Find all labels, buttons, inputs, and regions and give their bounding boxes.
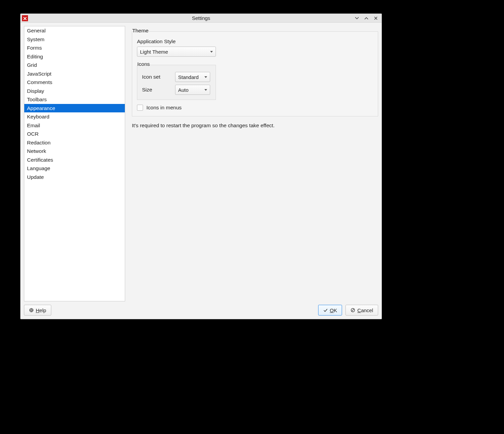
checkbox-box-icon	[137, 105, 143, 111]
icon-set-value: Standard	[178, 74, 199, 80]
restart-required-note: It's required to restart the program so …	[132, 123, 378, 129]
sidebar-item-language[interactable]: Language	[24, 164, 125, 173]
close-button[interactable]	[373, 15, 379, 21]
sidebar-item-keyboard[interactable]: Keyboard	[24, 112, 125, 121]
application-style-value: Light Theme	[140, 49, 168, 55]
sidebar-item-system[interactable]: System	[24, 35, 125, 44]
icons-in-menus-checkbox[interactable]: Icons in menus	[137, 105, 373, 111]
dropdown-arrow-icon	[210, 51, 213, 53]
dropdown-arrow-icon	[204, 89, 207, 91]
icon-size-label: Size	[142, 87, 169, 93]
application-style-combo[interactable]: Light Theme	[137, 47, 216, 57]
help-icon	[29, 308, 34, 313]
sidebar-item-redaction[interactable]: Redaction	[24, 138, 125, 147]
sidebar-item-update[interactable]: Update	[24, 173, 125, 182]
ok-button-label: OK	[330, 307, 337, 313]
cancel-button[interactable]: Cancel	[345, 305, 378, 316]
icon-size-value: Auto	[178, 87, 189, 93]
sidebar-item-javascript[interactable]: JavaScript	[24, 70, 125, 78]
icons-in-menus-label: Icons in menus	[146, 105, 181, 111]
sidebar-item-forms[interactable]: Forms	[24, 44, 125, 52]
icons-group: Icons Icon set Standard Size Auto	[137, 65, 216, 100]
sidebar-item-grid[interactable]: Grid	[24, 61, 125, 70]
help-button[interactable]: Help	[24, 305, 51, 316]
app-icon	[22, 15, 28, 21]
icon-set-label: Icon set	[142, 74, 169, 80]
icon-set-combo[interactable]: Standard	[175, 72, 210, 82]
dialog-title: Settings	[21, 15, 382, 21]
theme-group-label: Theme	[132, 28, 149, 34]
sidebar-item-certificates[interactable]: Certificates	[24, 156, 125, 164]
sidebar-item-general[interactable]: General	[24, 26, 125, 35]
sidebar-item-comments[interactable]: Comments	[24, 78, 125, 87]
maximize-button[interactable]	[363, 15, 369, 21]
close-icon	[373, 16, 378, 21]
appearance-panel: Theme Application Style Light Theme Icon…	[132, 26, 378, 301]
chevron-down-icon	[355, 16, 359, 21]
dialog-button-bar: Help OK Cancel	[24, 301, 378, 316]
help-button-label: Help	[36, 307, 46, 313]
svg-point-1	[31, 309, 32, 311]
sidebar-item-appearance[interactable]: Appearance	[24, 104, 125, 113]
icons-group-label: Icons	[137, 61, 150, 67]
sidebar-item-ocr[interactable]: OCR	[24, 130, 125, 138]
settings-dialog: Settings GeneralSystemFormsEditingGridJa…	[20, 13, 382, 319]
check-icon	[323, 308, 328, 313]
chevron-up-icon	[364, 16, 369, 21]
sidebar-item-editing[interactable]: Editing	[24, 52, 125, 61]
sidebar-item-toolbars[interactable]: Toolbars	[24, 95, 125, 104]
sidebar-item-network[interactable]: Network	[24, 147, 125, 156]
settings-category-list[interactable]: GeneralSystemFormsEditingGridJavaScriptC…	[24, 26, 125, 301]
titlebar: Settings	[21, 14, 382, 23]
application-style-label: Application Style	[137, 38, 373, 45]
cancel-icon	[351, 308, 355, 313]
minimize-button[interactable]	[354, 15, 360, 21]
sidebar-item-display[interactable]: Display	[24, 87, 125, 96]
cancel-button-label: Cancel	[357, 307, 373, 313]
icon-size-combo[interactable]: Auto	[175, 85, 210, 95]
dropdown-arrow-icon	[204, 76, 207, 78]
sidebar-item-email[interactable]: Email	[24, 121, 125, 130]
ok-button[interactable]: OK	[318, 305, 342, 316]
theme-group: Theme Application Style Light Theme Icon…	[132, 31, 378, 116]
